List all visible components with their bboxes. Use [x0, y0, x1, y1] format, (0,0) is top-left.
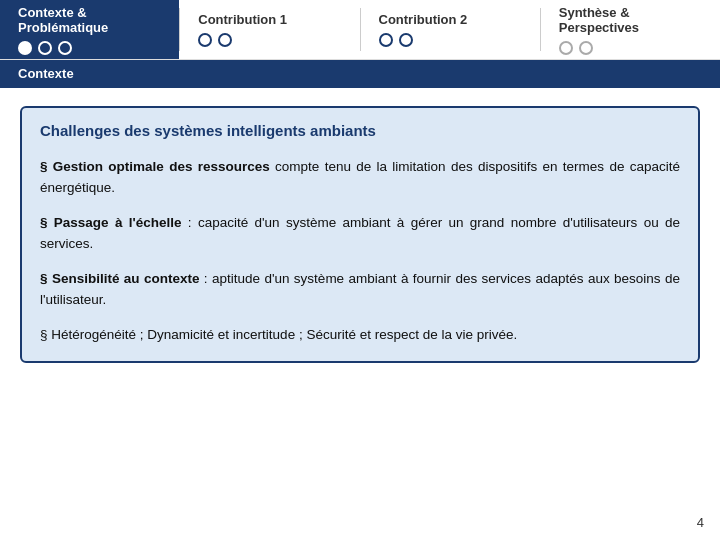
nav-dots-contexte [18, 41, 161, 55]
dot-2 [38, 41, 52, 55]
nav-dots-synthese [559, 41, 702, 55]
dot-3 [58, 41, 72, 55]
nav-label-synthese: Synthèse & Perspectives [559, 5, 702, 35]
challenge-item-2-bold: § Passage à l'échelle [40, 215, 182, 230]
challenge-item-4: § Hétérogénéité ; Dynamicité et incertit… [40, 325, 680, 346]
challenge-item-1-bold: § Gestion optimale des ressources [40, 159, 270, 174]
subtitle-bar: Contexte [0, 60, 720, 88]
subtitle-text: Contexte [18, 66, 74, 81]
top-navigation: Contexte & Problématique Contribution 1 … [0, 0, 720, 60]
dot-s-2 [579, 41, 593, 55]
nav-dots-contribution2 [379, 33, 522, 47]
dot-c1-1 [198, 33, 212, 47]
nav-label-contribution2: Contribution 2 [379, 12, 522, 27]
page-number: 4 [697, 515, 704, 530]
dot-c1-2 [218, 33, 232, 47]
dot-1 [18, 41, 32, 55]
nav-label-contribution1: Contribution 1 [198, 12, 341, 27]
main-content: Challenges des systèmes intelligents amb… [0, 88, 720, 381]
challenge-item-1: § Gestion optimale des ressources compte… [40, 157, 680, 199]
nav-section-synthese[interactable]: Synthèse & Perspectives [541, 0, 720, 59]
challenge-item-2: § Passage à l'échelle : capacité d'un sy… [40, 213, 680, 255]
challenge-item-4-text: § Hétérogénéité ; Dynamicité et incertit… [40, 327, 517, 342]
nav-section-contexte[interactable]: Contexte & Problématique [0, 0, 179, 59]
challenge-item-3: § Sensibilité au contexte : aptitude d'u… [40, 269, 680, 311]
nav-section-contribution2[interactable]: Contribution 2 [361, 0, 540, 59]
challenge-box: Challenges des systèmes intelligents amb… [20, 106, 700, 363]
dot-c2-1 [379, 33, 393, 47]
nav-section-contribution1[interactable]: Contribution 1 [180, 0, 359, 59]
dot-s-1 [559, 41, 573, 55]
nav-label-contexte: Contexte & Problématique [18, 5, 161, 35]
dot-c2-2 [399, 33, 413, 47]
nav-dots-contribution1 [198, 33, 341, 47]
challenge-title: Challenges des systèmes intelligents amb… [40, 122, 680, 143]
challenge-item-3-bold: § Sensibilité au contexte [40, 271, 199, 286]
